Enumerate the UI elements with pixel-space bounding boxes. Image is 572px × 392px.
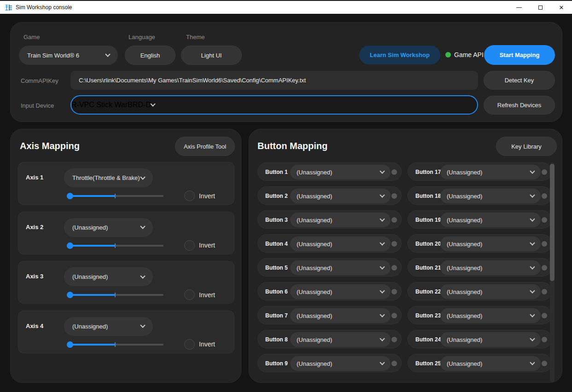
button-label: Button 5 <box>265 265 288 271</box>
chevron-down-icon <box>379 336 385 341</box>
button-assignment-select[interactable]: (Unassigned) <box>290 356 391 371</box>
button-assignment-select[interactable]: (Unassigned) <box>290 308 391 323</box>
button-assignment-value: (Unassigned) <box>440 360 531 367</box>
button-label: Button 8 <box>265 336 288 343</box>
button-assignment-select[interactable]: (Unassigned) <box>290 284 391 299</box>
button-label: Button 19 <box>415 217 441 223</box>
button-assignment-select[interactable]: (Unassigned) <box>440 236 541 251</box>
chevron-down-icon <box>379 312 385 317</box>
button-assignment-select[interactable]: (Unassigned) <box>440 213 541 227</box>
minimize-icon[interactable]: — <box>508 1 530 14</box>
chevron-down-icon <box>379 360 385 365</box>
axis-assignment-value: Throttle(Throttle & Brake) <box>64 174 141 181</box>
chevron-down-icon <box>530 240 535 245</box>
button-row: Button 17(Unassigned) <box>408 162 552 181</box>
slider-center-tick <box>115 243 116 248</box>
slider-thumb[interactable] <box>67 242 73 249</box>
window-controls: — ✕ <box>508 1 572 14</box>
button-assignment-value: (Unassigned) <box>290 312 380 319</box>
button-assignment-select[interactable]: (Unassigned) <box>440 356 541 371</box>
scrollbar-track <box>550 162 554 382</box>
button-state-indicator-icon <box>542 265 547 271</box>
chevron-down-icon <box>530 192 535 197</box>
comm-api-key-input[interactable]: C:\Users\rlink\Documents\My Games\TrainS… <box>70 71 478 90</box>
axis-value-slider[interactable] <box>67 192 163 200</box>
button-assignment-value: (Unassigned) <box>290 336 380 343</box>
axis-assignment-select[interactable]: (Unassigned) <box>64 267 153 286</box>
button-state-indicator-icon <box>542 193 547 199</box>
button-assignment-select[interactable]: (Unassigned) <box>440 308 541 323</box>
button-row: Button 2(Unassigned) <box>257 186 402 205</box>
key-library-button[interactable]: Key Library <box>496 137 557 156</box>
button-state-indicator-icon <box>391 361 397 366</box>
button-label: Button 24 <box>415 336 441 343</box>
invert-toggle[interactable]: Invert <box>184 339 215 350</box>
invert-toggle[interactable]: Invert <box>184 289 215 300</box>
invert-radio-icon[interactable] <box>184 240 195 251</box>
button-label: Button 3 <box>265 217 288 223</box>
button-assignment-select[interactable]: (Unassigned) <box>440 189 541 203</box>
button-assignment-select[interactable]: (Unassigned) <box>290 260 391 275</box>
invert-radio-icon[interactable] <box>184 190 195 201</box>
detect-key-button[interactable]: Detect Key <box>484 71 555 90</box>
button-assignment-value: (Unassigned) <box>290 360 380 367</box>
axis-assignment-select[interactable]: Throttle(Throttle & Brake) <box>64 168 153 187</box>
chevron-down-icon <box>530 312 535 317</box>
invert-toggle[interactable]: Invert <box>184 240 215 251</box>
chevron-down-icon <box>379 168 385 173</box>
button-assignment-select[interactable]: (Unassigned) <box>440 332 541 347</box>
button-label: Button 1 <box>265 169 288 175</box>
axis-profile-tool-button[interactable]: Axis Profile Tool <box>175 137 235 156</box>
button-state-indicator-icon <box>542 313 547 318</box>
button-assignment-value: (Unassigned) <box>440 169 531 176</box>
settings-panel: Game Train Sim World® 6 Language English… <box>10 22 562 122</box>
axis-row: Axis 3(Unassigned)Invert <box>18 261 234 304</box>
window-title: Sim Workshop console <box>16 4 72 11</box>
axis-assignment-select[interactable]: (Unassigned) <box>64 317 153 336</box>
button-row: Button 22(Unassigned) <box>408 282 552 300</box>
chevron-down-icon <box>379 288 385 293</box>
button-assignment-select[interactable]: (Unassigned) <box>290 236 391 251</box>
slider-fill <box>70 344 115 346</box>
button-assignment-value: (Unassigned) <box>290 288 380 295</box>
button-assignment-select[interactable]: (Unassigned) <box>440 284 541 299</box>
button-state-indicator-icon <box>391 289 397 294</box>
chevron-down-icon <box>379 216 385 221</box>
slider-thumb[interactable] <box>67 193 73 199</box>
button-assignment-value: (Unassigned) <box>440 265 531 271</box>
chevron-down-icon <box>530 360 535 365</box>
game-select[interactable]: Train Sim World® 6 <box>19 46 118 65</box>
slider-center-tick <box>115 342 116 347</box>
slider-thumb[interactable] <box>67 292 73 298</box>
invert-radio-icon[interactable] <box>184 339 195 350</box>
button-assignment-select[interactable]: (Unassigned) <box>440 165 541 179</box>
button-assignment-select[interactable]: (Unassigned) <box>290 332 391 347</box>
slider-thumb[interactable] <box>67 341 73 348</box>
start-mapping-button[interactable]: Start Mapping <box>484 45 555 65</box>
button-assignment-select[interactable]: (Unassigned) <box>290 213 391 227</box>
button-assignment-value: (Unassigned) <box>290 217 380 224</box>
theme-button[interactable]: Light UI <box>181 46 242 65</box>
game-label: Game <box>23 34 40 40</box>
button-assignment-select[interactable]: (Unassigned) <box>290 165 391 179</box>
invert-toggle[interactable]: Invert <box>184 190 215 201</box>
axis-assignment-select[interactable]: (Unassigned) <box>64 218 153 237</box>
chevron-down-icon <box>140 273 145 278</box>
button-assignment-select[interactable]: (Unassigned) <box>290 189 391 203</box>
language-button[interactable]: English <box>125 46 175 65</box>
axis-value-slider[interactable] <box>67 341 163 348</box>
chevron-down-icon <box>140 323 145 328</box>
close-icon[interactable]: ✕ <box>551 1 572 14</box>
maximize-icon[interactable] <box>530 1 551 14</box>
learn-sim-workshop-button[interactable]: Learn Sim Workshop <box>359 46 440 64</box>
axis-value-slider[interactable] <box>67 242 163 249</box>
axis-value-slider[interactable] <box>67 291 163 299</box>
invert-radio-icon[interactable] <box>184 289 195 300</box>
scrollbar-thumb[interactable] <box>550 164 554 281</box>
button-state-indicator-icon <box>391 193 397 199</box>
button-assignment-select[interactable]: (Unassigned) <box>440 260 541 275</box>
input-device-select[interactable]: R-VPC Stick WarBRD-D <box>70 95 478 115</box>
button-state-indicator-icon <box>542 241 547 247</box>
refresh-devices-button[interactable]: Refresh Devices <box>484 96 555 115</box>
chevron-down-icon <box>379 264 385 269</box>
